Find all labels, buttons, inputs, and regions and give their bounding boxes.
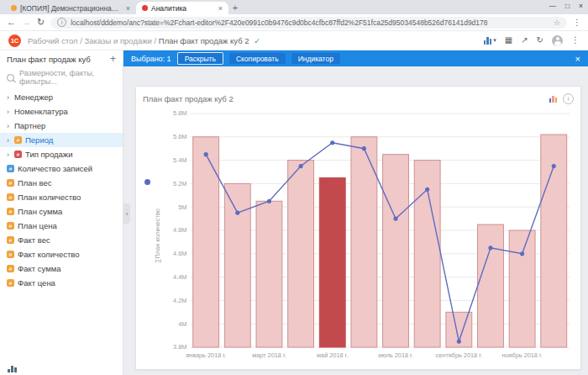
svg-text:4.2M: 4.2M xyxy=(173,297,186,304)
window-maximize-icon[interactable]: □ xyxy=(565,2,570,10)
sidebar-footer xyxy=(0,361,123,375)
add-field-button[interactable]: + xyxy=(110,54,116,64)
sidebar-item-label: Период xyxy=(25,135,53,145)
period-icon: # xyxy=(14,136,22,144)
forward-icon[interactable]: → xyxy=(22,18,31,27)
sidebar-item-plan-weight[interactable]: # План вес xyxy=(0,176,123,190)
sidebar: План факт продаж куб + Размерности, факт… xyxy=(0,50,123,375)
sidebar-item-label: Менеджер xyxy=(14,92,53,102)
browser-tab-demo[interactable]: [КОПИЯ] Демонстрационная б... × xyxy=(5,2,136,14)
sidebar-item-manager[interactable]: › Менеджер xyxy=(0,90,123,104)
tab-close-icon[interactable]: × xyxy=(126,4,130,13)
info-icon[interactable]: i xyxy=(563,93,574,104)
svg-text:5.2M: 5.2M xyxy=(173,180,186,188)
svg-text:3.8M: 3.8M xyxy=(173,343,186,351)
measure-icon: # xyxy=(7,236,14,244)
reload-icon[interactable]: ↻ xyxy=(37,18,45,27)
sidebar-item-sales-type[interactable]: › # Тип продажи xyxy=(0,147,123,161)
sidebar-item-records-count[interactable]: # Количество записей xyxy=(0,161,123,176)
browser-window: [КОПИЯ] Демонстрационная б... × Аналитик… xyxy=(0,0,588,375)
sidebar-item-nomenclature[interactable]: › Номенклатура xyxy=(0,104,123,119)
sidebar-item-partner[interactable]: › Партнер xyxy=(0,119,123,133)
svg-text:4.8M: 4.8M xyxy=(173,226,186,234)
search-placeholder: Размерности, факты, фильтры... xyxy=(19,69,116,86)
svg-text:январь 2018 г.: январь 2018 г. xyxy=(186,351,226,359)
svg-text:5.6M: 5.6M xyxy=(173,133,186,140)
url-bar[interactable]: i localhost/dddemo/anc?state=%2Fchart-ed… xyxy=(50,17,567,29)
window-controls: — □ × xyxy=(549,2,583,10)
expand-button[interactable]: Раскрыть xyxy=(177,52,223,65)
sidebar-search-input[interactable]: Размерности, факты, фильтры... xyxy=(0,66,123,90)
sidebar-item-label: План вес xyxy=(18,178,52,188)
sidebar-collapse-handle[interactable]: ‹ xyxy=(123,203,130,224)
tab-close-icon[interactable]: × xyxy=(218,4,223,13)
legend-dot[interactable] xyxy=(144,179,150,185)
sidebar-item-label: План количество xyxy=(18,193,81,202)
bookmark-star-icon[interactable]: ☆ xyxy=(554,18,560,27)
site-info-icon[interactable]: i xyxy=(57,18,66,27)
sidebar-item-label: Факт цена xyxy=(18,278,55,288)
svg-text:март 2018 г.: март 2018 г. xyxy=(252,351,286,359)
header-actions: ▾ ▦ ↗ ↻ ⋮ xyxy=(484,35,580,46)
sidebar-header: План факт продаж куб + xyxy=(0,50,123,66)
browser-menu-icon[interactable]: ⋮ xyxy=(573,18,581,27)
svg-text:5.4M: 5.4M xyxy=(173,156,186,164)
sidebar-item-label: Факт вес xyxy=(18,235,50,245)
user-avatar[interactable] xyxy=(552,35,563,46)
sidebar-item-fact-sum[interactable]: # Факт сумма xyxy=(0,261,123,276)
indicator-button[interactable]: Индикатор xyxy=(291,53,340,64)
window-minimize-icon[interactable]: — xyxy=(549,2,556,10)
chart-canvas[interactable]: 3.8M4M4.2M4.4M4.6M4.8M5M5.2M5.4M5.6M5.8M… xyxy=(162,107,574,364)
browser-tab-analytics[interactable]: Аналитика × xyxy=(136,2,228,14)
main-area: Выбрано: 1 Раскрыть Скопировать Индикато… xyxy=(123,50,588,375)
chart-card: План факт продаж куб 2 i ∑План количеств… xyxy=(135,86,581,370)
search-icon xyxy=(7,74,14,82)
breadcrumb: Рабочий стол / Заказы и продажи / План ф… xyxy=(28,36,260,45)
refresh-icon[interactable]: ↻ xyxy=(537,36,543,45)
svg-text:5.8M: 5.8M xyxy=(173,109,186,117)
browser-address-bar: ← → ↻ i localhost/dddemo/anc?state=%2Fch… xyxy=(0,14,588,31)
y-axis-title: ∑План количество xyxy=(153,107,162,364)
new-tab-button[interactable]: + xyxy=(228,3,242,13)
chart-panel-icon[interactable] xyxy=(8,365,115,372)
measure-icon: # xyxy=(7,251,14,258)
measure-icon: # xyxy=(7,208,14,215)
chevron-right-icon: › xyxy=(5,108,11,116)
sidebar-item-fact-price[interactable]: # Факт цена xyxy=(0,276,123,290)
svg-text:июль 2018 г.: июль 2018 г. xyxy=(378,351,413,359)
back-icon[interactable]: ← xyxy=(7,18,16,27)
sidebar-item-plan-price[interactable]: # План цена xyxy=(0,219,123,233)
chart-type-button[interactable]: ▾ xyxy=(484,36,496,45)
sidebar-item-fact-quantity[interactable]: # Факт количество xyxy=(0,247,123,261)
breadcrumb-current: План факт продаж куб 2 xyxy=(159,36,249,45)
sidebar-item-label: Факт сумма xyxy=(18,264,61,273)
breadcrumb-path[interactable]: Рабочий стол / Заказы и продажи / xyxy=(28,36,156,45)
toolbar-close-icon[interactable]: × xyxy=(575,54,580,64)
tab-favicon xyxy=(142,5,148,11)
chart-legend xyxy=(143,107,153,364)
dashboard-grid-icon[interactable]: ▦ xyxy=(505,36,512,45)
tab-favicon xyxy=(11,5,17,11)
sidebar-item-label: Тип продажи xyxy=(25,150,72,159)
mini-chart-icon[interactable] xyxy=(549,95,558,103)
sidebar-item-plan-quantity[interactable]: # План количество xyxy=(0,190,123,204)
chart-card-header: План факт продаж куб 2 i xyxy=(143,92,574,105)
svg-text:ноябрь 2018 г.: ноябрь 2018 г. xyxy=(501,351,542,359)
sidebar-item-period[interactable]: › # Период xyxy=(0,133,123,147)
app-header: 1С Рабочий стол / Заказы и продажи / Пла… xyxy=(0,31,588,50)
saved-check-icon: ✓ xyxy=(254,37,260,45)
share-icon[interactable]: ↗ xyxy=(521,36,528,45)
measure-icon: # xyxy=(7,193,14,201)
tab-label: Аналитика xyxy=(151,4,215,13)
window-close-icon[interactable]: × xyxy=(579,2,583,10)
measure-icon: # xyxy=(7,179,14,187)
sidebar-item-fact-weight[interactable]: # Факт вес xyxy=(0,233,123,247)
sidebar-item-label: Номенклатура xyxy=(14,107,68,116)
chevron-right-icon: › xyxy=(5,122,11,130)
svg-text:4.6M: 4.6M xyxy=(173,250,186,257)
measure-icon: # xyxy=(7,165,14,172)
kebab-menu-icon[interactable]: ⋮ xyxy=(571,36,580,45)
sidebar-item-plan-sum[interactable]: # План сумма xyxy=(0,204,123,219)
copy-button[interactable]: Скопировать xyxy=(229,53,286,64)
url-text: localhost/dddemo/anc?state=%2Fchart-edit… xyxy=(71,18,549,27)
